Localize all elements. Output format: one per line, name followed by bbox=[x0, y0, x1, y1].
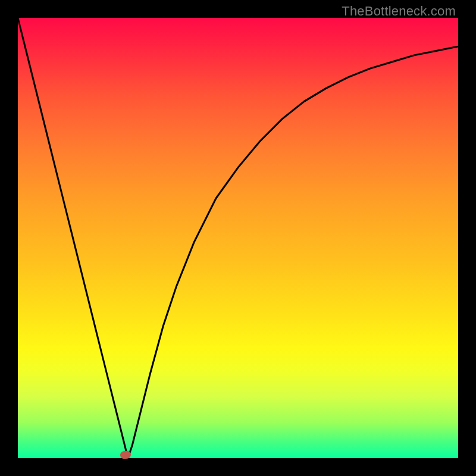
bottleneck-curve bbox=[18, 18, 458, 458]
chart-plot-area bbox=[18, 18, 458, 458]
curve-line bbox=[18, 18, 458, 458]
attribution-label: TheBottleneck.com bbox=[342, 4, 456, 19]
